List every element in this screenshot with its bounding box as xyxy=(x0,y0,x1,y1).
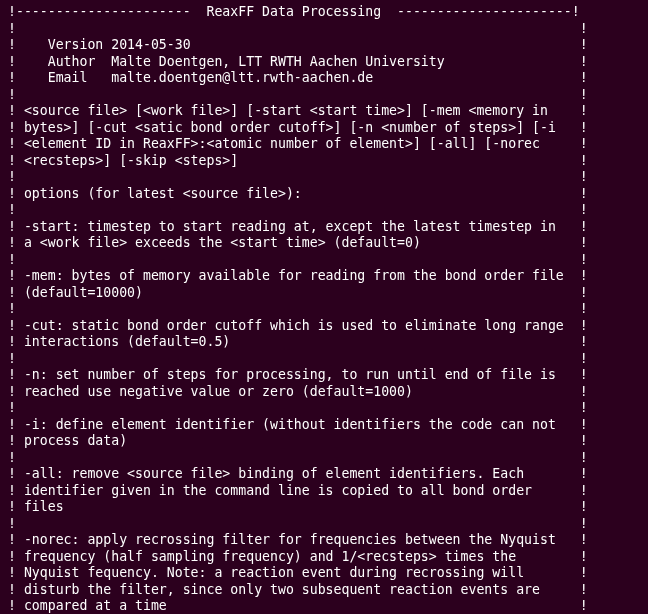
output-line: !---------------------- ReaxFF Data Proc… xyxy=(8,4,580,19)
output-line: ! Email malte.doentgen@ltt.rwth-aachen.d… xyxy=(8,70,588,85)
output-line: ! options (for latest <source file>): ! xyxy=(8,186,588,201)
output-line: ! ! xyxy=(8,450,588,465)
output-line: ! a <work file> exceeds the <start time>… xyxy=(8,235,588,250)
output-line: ! -start: timestep to start reading at, … xyxy=(8,219,588,234)
output-line: ! ! xyxy=(8,21,588,36)
output-line: ! interactions (default=0.5) ! xyxy=(8,334,588,349)
output-line: ! -norec: apply recrossing filter for fr… xyxy=(8,532,588,547)
output-line: ! ! xyxy=(8,87,588,102)
output-line: ! identifier given in the command line i… xyxy=(8,483,588,498)
output-line: ! ! xyxy=(8,301,588,316)
output-line: ! ! xyxy=(8,169,588,184)
output-line: ! compared at a time ! xyxy=(8,598,588,613)
output-line: ! disturb the filter, since only two sub… xyxy=(8,582,588,597)
output-line: ! reached use negative value or zero (de… xyxy=(8,384,588,399)
output-line: ! ! xyxy=(8,252,588,267)
terminal-output: !---------------------- ReaxFF Data Proc… xyxy=(8,4,644,614)
output-line: ! -n: set number of steps for processing… xyxy=(8,367,588,382)
output-line: ! bytes>] [-cut <satic bond order cutoff… xyxy=(8,120,588,135)
output-line: ! ! xyxy=(8,351,588,366)
output-line: ! Version 2014-05-30 ! xyxy=(8,37,588,52)
output-line: ! ! xyxy=(8,202,588,217)
output-line: ! <element ID in ReaxFF>:<atomic number … xyxy=(8,136,588,151)
output-line: ! -i: define element identifier (without… xyxy=(8,417,588,432)
output-line: ! <recsteps>] [-skip <steps>] ! xyxy=(8,153,588,168)
output-line: ! (default=10000) ! xyxy=(8,285,588,300)
output-line: ! -all: remove <source file> binding of … xyxy=(8,466,588,481)
output-line: ! process data) ! xyxy=(8,433,588,448)
output-line: ! files ! xyxy=(8,499,588,514)
output-line: ! -mem: bytes of memory available for re… xyxy=(8,268,588,283)
output-line: ! ! xyxy=(8,516,588,531)
output-line: ! <source file> [<work file>] [-start <s… xyxy=(8,103,588,118)
output-line: ! -cut: static bond order cutoff which i… xyxy=(8,318,588,333)
output-line: ! Author Malte Doentgen, LTT RWTH Aachen… xyxy=(8,54,588,69)
output-line: ! ! xyxy=(8,400,588,415)
output-line: ! frequency (half sampling frequency) an… xyxy=(8,549,588,564)
output-line: ! Nyquist fequency. Note: a reaction eve… xyxy=(8,565,588,580)
